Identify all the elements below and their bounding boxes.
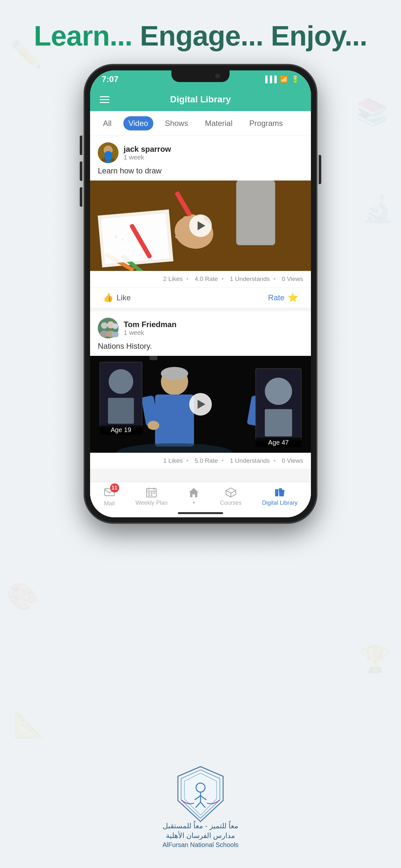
- tab-shows[interactable]: Shows: [160, 116, 193, 130]
- like-label-1: Like: [117, 293, 131, 302]
- tab-all[interactable]: All: [98, 116, 117, 130]
- nav-weekly-plan[interactable]: Weekly Plan: [135, 487, 168, 506]
- post-1-author: jack sparrow: [124, 145, 303, 154]
- tab-material[interactable]: Material: [200, 116, 238, 130]
- nav-home[interactable]: •: [188, 487, 199, 506]
- wifi-icon: 📶: [280, 75, 288, 83]
- svg-point-0: [98, 143, 119, 163]
- page-footer: معاً للتميز - معاً للمستقبل مدارس الفرسا…: [152, 765, 249, 848]
- nav-digital-library[interactable]: Digital Library: [262, 487, 297, 506]
- post-2-image[interactable]: Age 19 Age 47: [90, 356, 311, 453]
- post-1-rate: 4.0 Rate: [195, 275, 218, 282]
- svg-rect-52: [148, 494, 150, 496]
- courses-icon: [225, 487, 237, 498]
- svg-point-39: [265, 378, 292, 405]
- avatar-tom: [98, 318, 119, 338]
- post-2-likes: 1 Likes: [163, 457, 183, 464]
- post-2-understands: 1 Understands: [230, 457, 270, 464]
- footer-name-en: AlFursan National Schools: [152, 841, 249, 848]
- svg-point-27: [161, 367, 188, 380]
- svg-rect-28: [155, 395, 194, 446]
- post-1-understands: 1 Understands: [230, 275, 270, 282]
- rate-label-1: Rate: [268, 293, 284, 302]
- post-2-play[interactable]: [189, 393, 212, 415]
- nav-home-label: •: [193, 500, 195, 506]
- post-1-play[interactable]: [189, 214, 212, 237]
- svg-rect-51: [153, 492, 155, 494]
- svg-point-14: [114, 235, 118, 239]
- svg-rect-50: [151, 492, 152, 494]
- svg-point-2: [101, 157, 115, 163]
- header-learn: Learn...: [34, 20, 132, 52]
- svg-point-23: [112, 323, 118, 329]
- svg-point-19: [101, 322, 107, 329]
- like-button-1[interactable]: 👍 Like: [103, 292, 131, 303]
- post-2-header: Tom Friedman 1 week: [90, 311, 311, 342]
- phone-notch: [172, 70, 229, 82]
- svg-rect-17: [236, 181, 275, 245]
- footer-logo: [175, 765, 226, 817]
- post-1-likes: 2 Likes: [163, 275, 183, 282]
- content-scroll[interactable]: jack sparrow 1 week Learn how to draw: [90, 136, 311, 517]
- thumb-icon: 👍: [103, 292, 113, 303]
- post-card-2: Tom Friedman 1 week Nations History.: [90, 311, 311, 469]
- app-title: Digital Library: [170, 94, 231, 104]
- post-2-rate: 5.0 Rate: [195, 457, 218, 464]
- library-icon: [274, 487, 285, 498]
- post-1-time: 1 week: [124, 154, 303, 161]
- svg-rect-56: [192, 494, 195, 497]
- star-icon-1: ⭐: [288, 292, 298, 303]
- battery-icon: 🔋: [291, 75, 299, 83]
- status-time: 7:07: [102, 74, 119, 84]
- phone-mockup: 7:07 ▐▐▐ 📶 🔋 Digital Library All: [84, 65, 317, 523]
- nav-courses-label: Courses: [220, 500, 242, 506]
- svg-text:Age 19: Age 19: [111, 427, 131, 434]
- calendar-icon: [146, 487, 157, 498]
- post-2-time: 1 week: [124, 329, 303, 337]
- svg-text:Age 47: Age 47: [268, 439, 289, 446]
- svg-point-15: [121, 238, 124, 241]
- post-2-text: Nations History.: [90, 342, 311, 356]
- nav-mail-label: Mail: [104, 500, 115, 507]
- post-2-author: Tom Friedman: [124, 320, 303, 329]
- svg-rect-53: [151, 494, 152, 496]
- filter-tabs: All Video Shows Material Programs: [90, 111, 311, 136]
- post-1-stats: 2 Likes • 4.0 Rate • 1 Understands • 0 V…: [90, 271, 311, 287]
- svg-rect-40: [265, 409, 292, 436]
- rate-button-1[interactable]: Rate ⭐: [268, 292, 298, 303]
- signal-icon: ▐▐▐: [263, 75, 277, 83]
- post-1-image[interactable]: [90, 181, 311, 271]
- status-icons: ▐▐▐ 📶 🔋: [263, 75, 299, 83]
- svg-rect-58: [275, 489, 278, 496]
- nav-weekly-plan-label: Weekly Plan: [135, 500, 168, 506]
- post-1-views: 0 Views: [282, 275, 303, 282]
- avatar-jack: [98, 143, 119, 163]
- home-indicator: [178, 512, 223, 514]
- svg-point-34: [109, 369, 133, 394]
- svg-point-16: [127, 232, 130, 236]
- home-icon: [188, 487, 199, 498]
- tab-programs[interactable]: Programs: [244, 116, 288, 130]
- post-1-meta: jack sparrow 1 week: [124, 145, 303, 161]
- post-1-header: jack sparrow 1 week: [90, 136, 311, 166]
- svg-rect-35: [108, 398, 134, 424]
- tab-video[interactable]: Video: [123, 116, 153, 130]
- post-card-1: jack sparrow 1 week Learn how to draw: [90, 136, 311, 308]
- nav-courses[interactable]: Courses: [220, 487, 242, 506]
- front-camera: [215, 73, 220, 78]
- screen-content: All Video Shows Material Programs: [90, 111, 311, 517]
- mail-icon-container: 11: [104, 486, 115, 499]
- nav-library-label: Digital Library: [262, 500, 297, 506]
- svg-point-1: [104, 146, 113, 155]
- svg-marker-54: [189, 488, 198, 492]
- page-header: Learn... Engage... Enjoy...: [0, 20, 401, 52]
- svg-rect-49: [148, 492, 150, 494]
- post-2-views: 0 Views: [282, 457, 303, 464]
- mail-badge: 11: [110, 484, 119, 492]
- svg-rect-32: [150, 356, 157, 360]
- app-header: Digital Library: [90, 88, 311, 111]
- post-1-actions: 👍 Like Rate ⭐: [90, 287, 311, 308]
- nav-mail[interactable]: 11 Mail: [104, 486, 115, 507]
- hamburger-menu[interactable]: [100, 96, 110, 103]
- footer-name-ar: مدارس الفرسان الأهلية: [152, 832, 249, 840]
